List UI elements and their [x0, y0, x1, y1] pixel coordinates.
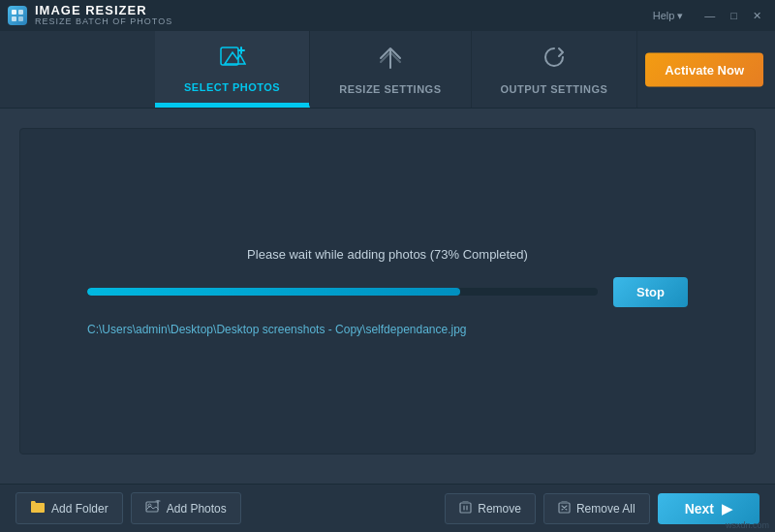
maximize-button[interactable]: □ [725, 8, 743, 23]
title-bar-controls: Help ▾ — □ ✕ [653, 8, 767, 24]
add-folder-button[interactable]: Add Folder [16, 492, 123, 524]
progress-bar-container [87, 288, 598, 296]
tab-resize-settings-label: RESIZE SETTINGS [339, 83, 441, 95]
svg-rect-0 [12, 10, 16, 15]
app-name-label: IMAGE RESIZER [35, 4, 172, 17]
current-file-path: C:\Users\admin\Desktop\Desktop screensho… [87, 323, 467, 336]
help-button[interactable]: Help ▾ [653, 10, 684, 22]
remove-all-button[interactable]: Remove All [543, 493, 650, 524]
main-content: Please wait while adding photos (73% Com… [0, 109, 775, 484]
add-photos-button[interactable]: Add Photos [131, 492, 241, 524]
work-area: Please wait while adding photos (73% Com… [19, 128, 756, 454]
add-photo-icon [145, 500, 161, 516]
watermark: wsxdn.com [726, 520, 769, 530]
bottom-right-actions: Remove Remove All Next ▶ [445, 493, 760, 524]
remove-all-icon [558, 501, 571, 516]
app-title: IMAGE RESIZER RESIZE BATCH OF PHOTOS [35, 4, 172, 27]
svg-rect-2 [12, 16, 16, 21]
remove-icon [459, 501, 472, 516]
progress-bar-fill [87, 288, 460, 296]
bottom-toolbar: Add Folder Add Photos [0, 484, 775, 532]
svg-rect-3 [18, 16, 23, 21]
title-bar: IMAGE RESIZER RESIZE BATCH OF PHOTOS Hel… [0, 0, 775, 31]
minimize-button[interactable]: — [698, 8, 721, 23]
stop-button[interactable]: Stop [613, 277, 688, 307]
remove-button[interactable]: Remove [445, 493, 536, 524]
select-photos-icon [219, 43, 246, 76]
tab-output-settings-label: OUTPUT SETTINGS [501, 83, 608, 95]
resize-settings-icon [377, 45, 404, 78]
title-bar-left: IMAGE RESIZER RESIZE BATCH OF PHOTOS [8, 4, 172, 27]
next-button[interactable]: Next ▶ [658, 493, 760, 524]
tab-output-settings[interactable]: OUTPUT SETTINGS [472, 31, 638, 108]
tab-resize-settings[interactable]: RESIZE SETTINGS [310, 31, 471, 108]
nav-tabs: SELECT PHOTOS RESIZE SETTINGS OUTPUT SET… [0, 31, 775, 109]
tab-select-photos[interactable]: SELECT PHOTOS [155, 31, 310, 108]
svg-rect-7 [460, 503, 471, 513]
tab-select-photos-label: SELECT PHOTOS [184, 81, 280, 93]
folder-icon [30, 500, 46, 516]
app-icon [8, 6, 27, 25]
progress-row: Stop [87, 277, 688, 307]
close-button[interactable]: ✕ [747, 8, 767, 24]
bottom-left-actions: Add Folder Add Photos [16, 492, 241, 524]
output-settings-icon [541, 45, 568, 78]
svg-rect-1 [18, 10, 23, 15]
app-subtitle-label: RESIZE BATCH OF PHOTOS [35, 17, 172, 27]
progress-message: Please wait while adding photos (73% Com… [247, 247, 528, 262]
next-arrow-icon: ▶ [722, 501, 732, 516]
progress-section: Please wait while adding photos (73% Com… [87, 247, 688, 336]
activate-now-button[interactable]: Activate Now [645, 52, 763, 86]
